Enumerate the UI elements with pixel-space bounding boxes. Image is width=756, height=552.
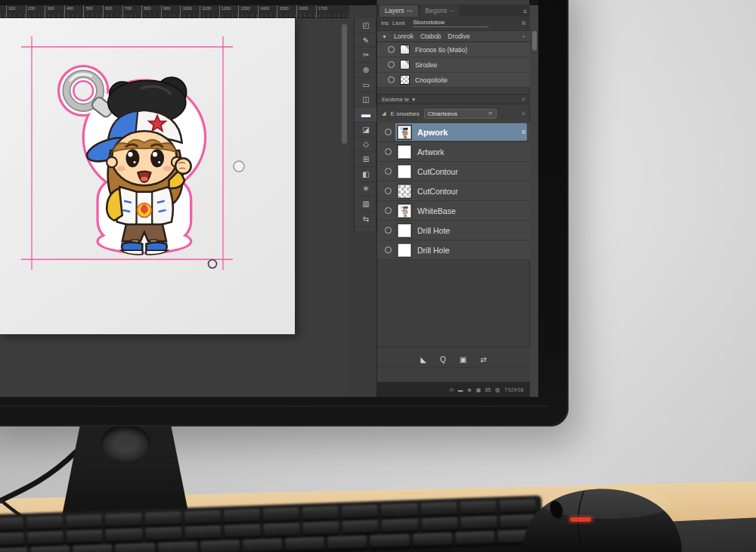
- effect-label: Fironos 6o (Matio): [415, 46, 467, 54]
- shape-tool-icon[interactable]: ◇: [355, 138, 377, 153]
- select-arrow-icon[interactable]: ◣: [420, 355, 426, 364]
- ruler-tick: 1600: [296, 5, 297, 18]
- visibility-eye-icon[interactable]: [385, 247, 392, 253]
- gradient-tool-icon[interactable]: ◪: [355, 122, 377, 138]
- layer-thumbnail[interactable]: [398, 145, 411, 159]
- visibility-eye-icon[interactable]: [385, 129, 392, 135]
- section-bar: Eeobme te ▾ ≡: [377, 94, 530, 104]
- layer-name: Artwork: [417, 147, 445, 157]
- ruler-tick-label: 700: [125, 6, 132, 11]
- keyboard-key: [302, 521, 339, 535]
- ruler-tick: 400: [64, 5, 65, 18]
- panel-group-header: ▼ Lonrok Ctabob Drodive +: [377, 30, 530, 42]
- layer-name: Drill Hole: [417, 246, 450, 255]
- photo-scene: 1002003004005006007008009001000110012001…: [0, 0, 756, 552]
- ruler-tick: 800: [141, 5, 142, 18]
- keyboard-key: [66, 514, 103, 528]
- layer-thumbnail[interactable]: [398, 185, 411, 198]
- layer-thumbnail[interactable]: [398, 126, 411, 139]
- layer-row[interactable]: Drill Hote: [377, 221, 530, 240]
- blend-mode-select[interactable]: Ctnarteeva ≋: [424, 109, 497, 119]
- effect-row[interactable]: Sirodee: [377, 57, 530, 73]
- panel-menu-icon[interactable]: ≡: [523, 8, 527, 15]
- frame-icon[interactable]: ▣: [460, 355, 466, 364]
- visibility-eye-icon[interactable]: [385, 168, 392, 175]
- tab-layers[interactable]: Layers ms: [380, 5, 418, 17]
- layer-row[interactable]: Apwork8: [377, 122, 530, 142]
- ruler-tick-label: 1100: [202, 6, 211, 11]
- tab-begons-suffix: —: [449, 8, 454, 13]
- layer-thumbnail[interactable]: [398, 165, 411, 178]
- ruler-tick-label: 1400: [260, 6, 269, 11]
- zoom-icon[interactable]: Q: [440, 355, 446, 364]
- effect-label: Sirodee: [415, 61, 437, 69]
- group-tab-1[interactable]: Lonrok: [394, 33, 414, 40]
- rectangle-tool-icon[interactable]: ▭: [355, 78, 377, 93]
- keyboard-key: [200, 540, 240, 552]
- ruler-tick-label: 1300: [240, 6, 249, 11]
- ruler-tick-label: 1200: [222, 6, 231, 11]
- layer-name: Apwork: [417, 128, 448, 137]
- effect-row[interactable]: Cnoqoitoite: [377, 73, 530, 88]
- keyboard-key: [0, 547, 28, 552]
- grid-tool-icon[interactable]: ⊞: [355, 152, 377, 167]
- layer-thumbnail[interactable]: [398, 204, 411, 218]
- fill-tool-icon[interactable]: ◧: [355, 167, 377, 182]
- section-caret-icon[interactable]: ▾: [412, 96, 415, 103]
- layer-thumbnail-art: [398, 205, 411, 217]
- monitor: 1002003004005006007008009001000110012001…: [0, 0, 569, 426]
- layer-row[interactable]: Artwork: [377, 142, 530, 162]
- panel-scrollbar-thumb[interactable]: [532, 31, 537, 51]
- layer-thumbnail[interactable]: [398, 243, 411, 257]
- status-icon: ⊓: [450, 387, 454, 393]
- panel-tab-bar: Layers ms Begons — ≡: [377, 5, 530, 17]
- liont-button[interactable]: Liont: [392, 20, 404, 26]
- visibility-eye-icon[interactable]: [388, 76, 395, 83]
- canvas-scrollbar[interactable]: [342, 24, 347, 144]
- layer-row[interactable]: CutContour: [377, 162, 530, 181]
- filter-field[interactable]: Sbonotolow: [413, 19, 488, 27]
- marquee-tool-icon[interactable]: ◰: [355, 18, 377, 33]
- visibility-eye-icon[interactable]: [385, 207, 392, 214]
- stack-tool-icon[interactable]: ◫: [355, 92, 377, 107]
- layer-badge: 8: [522, 129, 525, 135]
- keyboard-key: [106, 529, 143, 542]
- app-window: 1002003004005006007008009001000110012001…: [0, 0, 538, 397]
- visibility-eye-icon[interactable]: [385, 148, 392, 155]
- checker-icon: [400, 75, 410, 85]
- group-tab-3[interactable]: Drodive: [448, 33, 469, 40]
- layer-thumbnail[interactable]: [398, 224, 411, 237]
- layer-row[interactable]: Drill Hole: [377, 240, 530, 260]
- layers-panel: Layers ms Begons — ≡ Ins Liont Sbonotolo…: [376, 0, 529, 397]
- monitor-chin-highlight: [0, 405, 549, 407]
- section-menu-icon[interactable]: ≡: [522, 96, 525, 103]
- visibility-eye-icon[interactable]: [385, 227, 392, 234]
- keyboard-key: [302, 506, 339, 519]
- status-icon: 65: [485, 387, 491, 392]
- group-nub-icon[interactable]: +: [522, 33, 525, 40]
- pattern-tool-icon[interactable]: ▥: [355, 197, 377, 212]
- tab-begons[interactable]: Begons —: [420, 5, 460, 17]
- layer-row[interactable]: WhiteBase: [377, 201, 530, 221]
- sync-icon[interactable]: ⇄: [480, 355, 486, 364]
- canvas-area[interactable]: [0, 18, 349, 397]
- blend-menu-icon[interactable]: ≡: [522, 110, 525, 117]
- disclosure-triangle-icon[interactable]: ▼: [382, 34, 387, 39]
- layer-name: CutContour: [417, 187, 458, 196]
- filter-menu-icon[interactable]: ≋: [521, 20, 526, 26]
- ruler-tick-label: 100: [8, 6, 15, 11]
- target-tool-icon[interactable]: ⊕: [355, 63, 377, 78]
- visibility-eye-icon[interactable]: [388, 46, 395, 53]
- group-tab-2[interactable]: Ctabob: [420, 33, 441, 40]
- visibility-eye-icon[interactable]: [385, 188, 392, 194]
- layer-row[interactable]: CutContour: [377, 181, 530, 201]
- pen-tool-icon[interactable]: ✎: [355, 33, 377, 48]
- ins-button[interactable]: Ins: [381, 20, 389, 26]
- swap-tool-icon[interactable]: ⇆: [355, 212, 377, 227]
- visibility-eye-icon[interactable]: [388, 61, 395, 68]
- spray-tool-icon[interactable]: ✳: [355, 182, 377, 197]
- swatch-tool-icon[interactable]: ▬: [355, 107, 377, 122]
- effect-row[interactable]: Fironos 6o (Matio): [377, 42, 530, 57]
- panel-scroll-gutter[interactable]: [529, 5, 538, 397]
- scissors-tool-icon[interactable]: ✂: [355, 48, 377, 63]
